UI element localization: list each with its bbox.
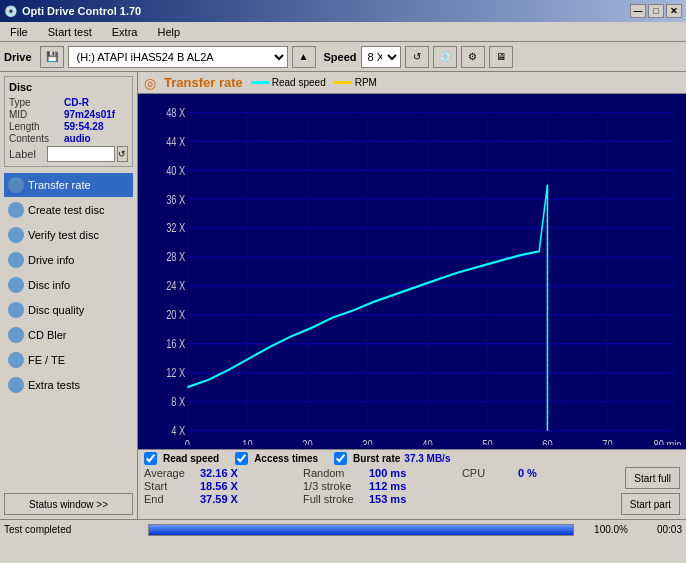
read-speed-legend-label: Read speed xyxy=(272,77,326,88)
label-refresh-button[interactable]: ↺ xyxy=(117,146,128,162)
stat-cpu-row: CPU 0 % xyxy=(462,467,621,479)
menu-file[interactable]: File xyxy=(4,24,34,40)
drive-select[interactable]: (H:) ATAPI iHAS524 B AL2A xyxy=(68,46,288,68)
stat-average-value: 32.16 X xyxy=(200,467,250,479)
chart-header: ◎ Transfer rate Read speed RPM xyxy=(138,72,686,94)
svg-text:48 X: 48 X xyxy=(166,105,186,119)
drive-icon-btn[interactable]: 💾 xyxy=(40,46,64,68)
stat-third-stroke-row: 1/3 stroke 112 ms xyxy=(303,480,462,492)
burst-rate-value: 37.3 MB/s xyxy=(404,453,450,464)
disc-mid-label: MID xyxy=(9,109,64,120)
nav-item-disc-info-label: Disc info xyxy=(28,279,70,291)
drive-info-icon xyxy=(8,252,24,268)
stats-detail-row: Average 32.16 X Start 18.56 X End 37.59 … xyxy=(144,467,680,517)
burst-rate-checkbox[interactable] xyxy=(334,452,347,465)
legend-read-speed: Read speed xyxy=(251,77,326,88)
stats-checkboxes-row: Read speed Access times Burst rate 37.3 … xyxy=(144,452,680,465)
transfer-rate-icon xyxy=(8,177,24,193)
read-speed-legend-color xyxy=(251,81,269,84)
nav-item-fe-te[interactable]: FE / TE xyxy=(4,348,133,372)
cd-bler-icon xyxy=(8,327,24,343)
disc-type-value: CD-R xyxy=(64,97,89,108)
sidebar: Disc Type CD-R MID 97m24s01f Length 59:5… xyxy=(0,72,138,519)
access-times-checkbox-group: Access times xyxy=(235,452,318,465)
svg-text:12 X: 12 X xyxy=(166,366,186,380)
nav-item-verify-test-disc-label: Verify test disc xyxy=(28,229,99,241)
stats-col-read: Average 32.16 X Start 18.56 X End 37.59 … xyxy=(144,467,303,506)
disc-length-row: Length 59:54.28 xyxy=(9,121,128,132)
nav-item-disc-info[interactable]: Disc info xyxy=(4,273,133,297)
disc-mid-value: 97m24s01f xyxy=(64,109,115,120)
monitor-icon[interactable]: 🖥 xyxy=(489,46,513,68)
start-part-button[interactable]: Start part xyxy=(621,493,680,515)
title-bar: 💿 Opti Drive Control 1.70 — □ ✕ xyxy=(0,0,686,22)
stats-col-cpu: CPU 0 % xyxy=(462,467,621,480)
progress-percent: 100.0% xyxy=(578,524,628,535)
toolbar: Drive 💾 (H:) ATAPI iHAS524 B AL2A ▲ Spee… xyxy=(0,42,686,72)
fe-te-icon xyxy=(8,352,24,368)
maximize-button[interactable]: □ xyxy=(648,4,664,18)
svg-text:70: 70 xyxy=(602,438,612,445)
svg-text:40: 40 xyxy=(422,438,432,445)
svg-text:0: 0 xyxy=(185,438,190,445)
title-bar-controls: — □ ✕ xyxy=(630,4,682,18)
svg-text:16 X: 16 X xyxy=(166,337,186,351)
read-speed-checkbox-label: Read speed xyxy=(163,453,219,464)
svg-text:60: 60 xyxy=(542,438,552,445)
create-test-disc-icon xyxy=(8,202,24,218)
nav-item-verify-test-disc[interactable]: Verify test disc xyxy=(4,223,133,247)
disc-label-input[interactable] xyxy=(47,146,115,162)
close-button[interactable]: ✕ xyxy=(666,4,682,18)
title-bar-left: 💿 Opti Drive Control 1.70 xyxy=(4,5,141,18)
svg-rect-0 xyxy=(146,98,684,445)
disc-type-row: Type CD-R xyxy=(9,97,128,108)
status-text: Test completed xyxy=(4,524,144,535)
stat-full-stroke-row: Full stroke 153 ms xyxy=(303,493,462,505)
start-full-button[interactable]: Start full xyxy=(625,467,680,489)
status-window-button[interactable]: Status window >> xyxy=(4,493,133,515)
chart-area: 48 X 44 X 40 X 36 X 32 X 28 X 24 X 20 X … xyxy=(138,94,686,449)
disc-icon[interactable]: 💿 xyxy=(433,46,457,68)
nav-item-cd-bler-label: CD Bler xyxy=(28,329,67,341)
nav-item-disc-quality[interactable]: Disc quality xyxy=(4,298,133,322)
nav-item-transfer-rate[interactable]: Transfer rate xyxy=(4,173,133,197)
nav-item-cd-bler[interactable]: CD Bler xyxy=(4,323,133,347)
burst-rate-checkbox-label: Burst rate xyxy=(353,453,400,464)
disc-contents-label: Contents xyxy=(9,133,64,144)
stat-start-label: Start xyxy=(144,480,194,492)
nav-item-drive-info[interactable]: Drive info xyxy=(4,248,133,272)
time-display: 00:03 xyxy=(632,524,682,535)
verify-test-disc-icon xyxy=(8,227,24,243)
speed-select[interactable]: 8 X xyxy=(361,46,401,68)
stats-bar: Read speed Access times Burst rate 37.3 … xyxy=(138,449,686,519)
refresh-icon[interactable]: ↺ xyxy=(405,46,429,68)
extra-tests-icon xyxy=(8,377,24,393)
stat-random-row: Random 100 ms xyxy=(303,467,462,479)
nav-items: Transfer rate Create test disc Verify te… xyxy=(4,173,133,397)
nav-item-create-test-disc[interactable]: Create test disc xyxy=(4,198,133,222)
legend-rpm: RPM xyxy=(334,77,377,88)
stat-random-label: Random xyxy=(303,467,363,479)
eject-icon[interactable]: ▲ xyxy=(292,46,316,68)
menu-start-test[interactable]: Start test xyxy=(42,24,98,40)
svg-text:50: 50 xyxy=(482,438,492,445)
nav-item-transfer-rate-label: Transfer rate xyxy=(28,179,91,191)
settings-icon[interactable]: ⚙ xyxy=(461,46,485,68)
stat-end-row: End 37.59 X xyxy=(144,493,303,505)
svg-text:80 min: 80 min xyxy=(653,438,681,445)
stat-third-stroke-label: 1/3 stroke xyxy=(303,480,363,492)
burst-rate-checkbox-group: Burst rate 37.3 MB/s xyxy=(334,452,450,465)
menu-bar: File Start test Extra Help xyxy=(0,22,686,42)
menu-extra[interactable]: Extra xyxy=(106,24,144,40)
svg-text:36 X: 36 X xyxy=(166,192,186,206)
disc-info-icon xyxy=(8,277,24,293)
minimize-button[interactable]: — xyxy=(630,4,646,18)
nav-item-fe-te-label: FE / TE xyxy=(28,354,65,366)
read-speed-checkbox[interactable] xyxy=(144,452,157,465)
status-bar: Test completed 100.0% 00:03 xyxy=(0,519,686,539)
disc-quality-icon xyxy=(8,302,24,318)
menu-help[interactable]: Help xyxy=(151,24,186,40)
stat-start-row: Start 18.56 X xyxy=(144,480,303,492)
nav-item-extra-tests[interactable]: Extra tests xyxy=(4,373,133,397)
access-times-checkbox[interactable] xyxy=(235,452,248,465)
